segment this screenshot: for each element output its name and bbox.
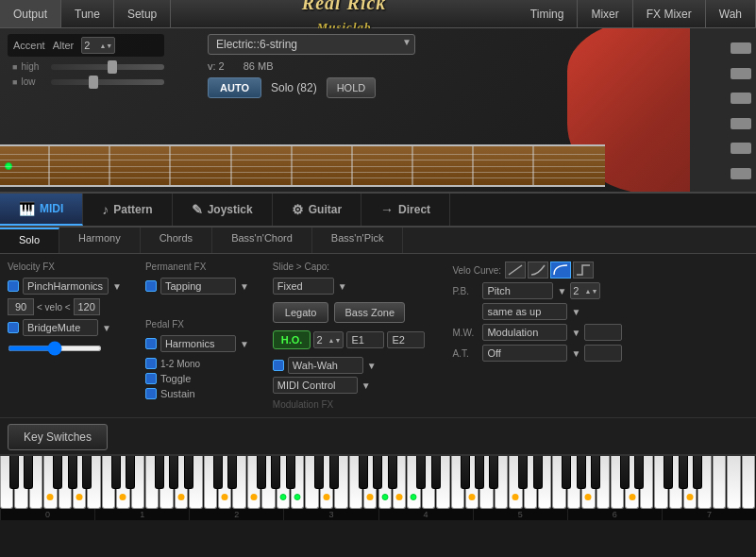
subtab-harmony[interactable]: Harmony [59, 228, 141, 253]
black-key[interactable] [431, 456, 441, 489]
black-key[interactable] [9, 456, 19, 489]
mono-checkbox[interactable] [145, 358, 157, 369]
black-key[interactable] [634, 456, 644, 489]
timing-button[interactable]: Timing [517, 0, 579, 27]
tab-guitar[interactable]: ⚙ Guitar [273, 194, 361, 226]
toggle-checkbox[interactable] [145, 373, 157, 384]
white-key[interactable] [742, 456, 755, 509]
curve-btn-3[interactable] [550, 262, 571, 278]
mixer-button[interactable]: Mixer [578, 0, 632, 27]
black-key[interactable] [518, 456, 528, 489]
velocity-fx-checkbox[interactable] [8, 280, 19, 292]
black-key[interactable] [562, 456, 571, 489]
black-key[interactable] [24, 456, 33, 489]
ho-button[interactable]: H.O. [273, 330, 311, 349]
black-key[interactable] [416, 456, 426, 489]
black-key[interactable] [591, 456, 600, 489]
wah-button[interactable]: Wah [706, 0, 756, 27]
mw-value-dropdown[interactable] [584, 324, 622, 341]
black-key[interactable] [227, 456, 237, 489]
black-key[interactable] [126, 456, 135, 489]
black-key[interactable] [373, 456, 382, 489]
black-key[interactable] [533, 456, 543, 489]
slide-capo-arrow: ▼ [338, 281, 347, 292]
midi-control-dropdown[interactable]: MIDI Control [273, 377, 358, 394]
fx-mixer-button[interactable]: FX Mixer [633, 0, 706, 27]
range-min-input[interactable]: 90 [8, 298, 34, 315]
black-key[interactable] [155, 456, 164, 489]
black-key[interactable] [286, 456, 295, 489]
key-switches-button[interactable]: Key Switches [8, 424, 108, 450]
alter-spinner[interactable]: 2 ▲▼ [81, 37, 115, 54]
black-key[interactable] [359, 456, 368, 489]
black-key[interactable] [184, 456, 193, 489]
at-dropdown[interactable]: Off [482, 345, 567, 362]
solo-display: Solo (82) [271, 81, 317, 94]
black-key[interactable] [271, 456, 280, 489]
subtab-chords[interactable]: Chords [141, 228, 212, 253]
white-key[interactable] [727, 456, 740, 509]
bass-zone-button[interactable]: Bass Zone [334, 302, 405, 323]
bridge-mute-slider[interactable] [8, 346, 102, 351]
black-key[interactable] [82, 456, 92, 489]
subtab-bassnpick[interactable]: Bass'n'Pick [312, 228, 404, 253]
curve-btn-4[interactable] [573, 262, 594, 278]
velocity-fx-dropdown[interactable]: PinchHarmonics [23, 278, 109, 295]
black-key[interactable] [388, 456, 397, 489]
auto-button[interactable]: AUTO [208, 77, 261, 98]
black-key[interactable] [68, 456, 77, 489]
slide-capo-dropdown[interactable]: Fixed [273, 278, 334, 295]
black-key[interactable] [169, 456, 178, 489]
range-max-input[interactable]: 120 [74, 298, 100, 315]
black-key[interactable] [53, 456, 62, 489]
black-key[interactable] [664, 456, 673, 489]
curve-btn-2[interactable] [528, 262, 548, 278]
wah-checkbox[interactable] [273, 360, 284, 371]
black-key[interactable] [257, 456, 266, 489]
output-button[interactable]: Output [0, 0, 61, 27]
subtab-bassncord[interactable]: Bass'n'Chord [212, 228, 312, 253]
mw-dropdown[interactable]: Modulation [482, 324, 567, 341]
e1-dropdown[interactable]: E1 [346, 331, 384, 348]
permanent-fx-dropdown[interactable]: Tapping [160, 278, 236, 295]
black-key[interactable] [329, 456, 339, 489]
black-key[interactable] [577, 456, 586, 489]
pb-sub-dropdown[interactable]: same as up [482, 303, 567, 320]
hold-button[interactable]: HOLD [327, 77, 377, 98]
low-slider[interactable] [51, 79, 164, 85]
tab-pattern[interactable]: ♪ Pattern [83, 194, 172, 226]
black-key[interactable] [314, 456, 324, 489]
pedal-fx-dropdown[interactable]: Harmonics [160, 335, 236, 352]
tab-midi[interactable]: 🎹 MIDI [0, 194, 83, 226]
tab-joystick[interactable]: ✎ Joystick [173, 194, 273, 226]
permanent-fx-checkbox[interactable] [145, 280, 157, 292]
piano-render[interactable] [0, 456, 756, 509]
black-key[interactable] [693, 456, 702, 489]
preset-dropdown[interactable]: Electric::6-string [208, 34, 415, 55]
pb-spinner[interactable]: 2 ▲▼ [570, 282, 600, 299]
ho-spinner[interactable]: 2 ▲▼ [313, 331, 344, 348]
setup-button[interactable]: Setup [114, 0, 171, 27]
bridge-mute-checkbox[interactable] [8, 322, 19, 333]
sustain-checkbox[interactable] [145, 388, 157, 399]
high-slider[interactable] [51, 64, 164, 70]
tab-direct[interactable]: → Direct [361, 194, 450, 226]
black-key[interactable] [111, 456, 121, 489]
subtab-solo[interactable]: Solo [0, 228, 59, 253]
tune-button[interactable]: Tune [61, 0, 114, 27]
bridge-mute-dropdown[interactable]: BridgeMute [23, 319, 98, 336]
pb-dropdown[interactable]: Pitch [482, 282, 553, 299]
black-key[interactable] [620, 456, 630, 489]
black-key[interactable] [213, 456, 223, 489]
wah-dropdown[interactable]: Wah-Wah [288, 357, 363, 374]
black-key[interactable] [489, 456, 498, 489]
legato-button[interactable]: Legato [273, 302, 329, 323]
pedal-fx-checkbox[interactable] [145, 338, 157, 349]
black-key[interactable] [679, 456, 688, 489]
e2-dropdown[interactable]: E2 [387, 331, 425, 348]
curve-btn-1[interactable] [505, 262, 526, 278]
black-key[interactable] [461, 456, 470, 489]
black-key[interactable] [475, 456, 484, 489]
at-value-dropdown[interactable] [584, 345, 622, 362]
white-key[interactable] [713, 456, 726, 509]
